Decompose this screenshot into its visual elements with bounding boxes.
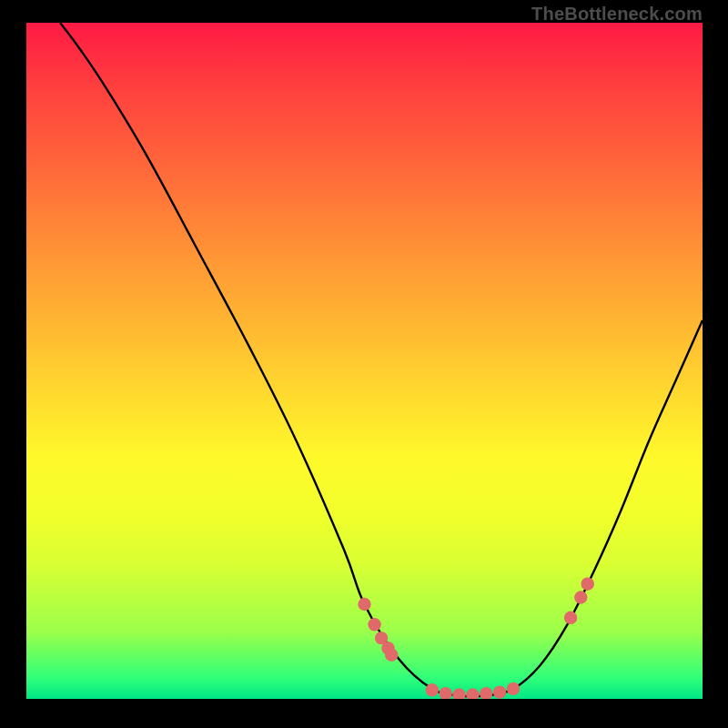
chart-marker	[564, 612, 577, 624]
chart-marker	[452, 688, 465, 699]
chart-marker	[358, 598, 370, 611]
chart-marker	[507, 682, 520, 695]
chart-marker	[480, 687, 492, 699]
attribution-watermark: TheBottleneck.com	[531, 4, 703, 25]
chart-marker	[368, 618, 380, 631]
chart-marker	[493, 685, 506, 698]
bottleneck-curve	[60, 23, 703, 696]
chart-marker	[581, 578, 594, 591]
chart-marker	[466, 688, 479, 699]
chart-marker	[440, 687, 452, 699]
chart-marker	[426, 683, 439, 696]
chart-marker	[574, 591, 587, 603]
chart-marker	[385, 649, 398, 662]
chart-svg	[26, 23, 703, 699]
